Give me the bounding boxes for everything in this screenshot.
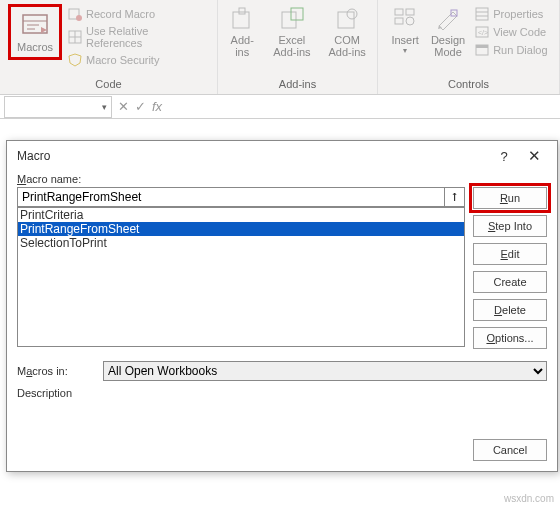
- macro-name-label: Macro name:: [17, 173, 465, 185]
- grid-icon: [68, 30, 82, 44]
- relative-label: Use Relative References: [86, 25, 207, 49]
- reference-button[interactable]: 🠕: [445, 187, 465, 207]
- shield-icon: [68, 53, 82, 67]
- svg-rect-16: [395, 9, 403, 15]
- macro-security-button[interactable]: Macro Security: [64, 52, 211, 68]
- svg-rect-13: [291, 8, 303, 20]
- create-button[interactable]: Create: [473, 271, 547, 293]
- description-label: Description: [17, 387, 72, 399]
- dialog-titlebar: Macro ? ✕: [7, 141, 557, 169]
- view-code-button[interactable]: </> View Code: [471, 24, 551, 40]
- properties-label: Properties: [493, 8, 543, 20]
- enter-icon[interactable]: ✓: [135, 99, 146, 114]
- run-button[interactable]: Run: [473, 187, 547, 209]
- group-addins-label: Add-ins: [279, 78, 316, 92]
- name-box[interactable]: ▾: [4, 96, 112, 118]
- insert-icon: [392, 6, 418, 32]
- design-label: Design Mode: [431, 34, 465, 58]
- edit-button[interactable]: Edit: [473, 243, 547, 265]
- macro-name-input[interactable]: [17, 187, 445, 207]
- insert-label: Insert: [391, 34, 419, 46]
- com-addins-label: COM Add-ins: [329, 34, 366, 58]
- addins-button[interactable]: Add- ins: [223, 2, 261, 62]
- excel-addins-label: Excel Add-ins: [273, 34, 310, 58]
- list-item[interactable]: SelectionToPrint: [18, 236, 464, 250]
- relative-refs-button[interactable]: Use Relative References: [64, 24, 211, 50]
- excel-addins-button[interactable]: Excel Add-ins: [267, 2, 316, 62]
- formula-bar: ▾ ✕ ✓ fx: [0, 95, 560, 119]
- svg-rect-14: [338, 12, 354, 28]
- delete-button[interactable]: Delete: [473, 299, 547, 321]
- com-addins-icon: [334, 6, 360, 32]
- record-icon: [68, 7, 82, 21]
- view-code-label: View Code: [493, 26, 546, 38]
- help-button[interactable]: ?: [489, 149, 519, 164]
- dialog-icon: [475, 43, 489, 57]
- design-icon: [435, 6, 461, 32]
- macros-label: Macros: [17, 41, 53, 53]
- cancel-icon[interactable]: ✕: [118, 99, 129, 114]
- macros-in-select[interactable]: All Open Workbooks: [103, 361, 547, 381]
- watermark: wsxdn.com: [504, 493, 554, 504]
- properties-button[interactable]: Properties: [471, 6, 551, 22]
- macros-button[interactable]: Macros: [8, 4, 62, 60]
- svg-point-15: [347, 9, 357, 19]
- dialog-title: Macro: [17, 149, 489, 163]
- chevron-down-icon: ▾: [102, 102, 107, 112]
- macros-in-label: Macros in:: [17, 365, 103, 377]
- addins-icon: [229, 6, 255, 32]
- com-addins-button[interactable]: COM Add-ins: [323, 2, 372, 62]
- list-item[interactable]: PrintCriteria: [18, 208, 464, 222]
- close-button[interactable]: ✕: [519, 147, 549, 165]
- record-label: Record Macro: [86, 8, 155, 20]
- group-code-label: Code: [95, 78, 121, 92]
- svg-point-19: [406, 17, 414, 25]
- macros-icon: [21, 11, 49, 39]
- group-addins: Add- ins Excel Add-ins COM Add-ins Add-i…: [218, 0, 378, 94]
- cancel-button[interactable]: Cancel: [473, 439, 547, 461]
- group-controls-label: Controls: [448, 78, 489, 92]
- design-mode-button[interactable]: Design Mode: [425, 2, 471, 62]
- properties-icon: [475, 7, 489, 21]
- svg-text:</>: </>: [478, 29, 488, 36]
- svg-marker-4: [41, 27, 47, 33]
- ribbon: Macros Record Macro Use Relative Referen…: [0, 0, 560, 95]
- svg-rect-18: [395, 18, 403, 24]
- excel-addins-icon: [279, 6, 305, 32]
- record-macro-button[interactable]: Record Macro: [64, 6, 211, 22]
- insert-button[interactable]: Insert ▾: [385, 2, 425, 59]
- svg-rect-21: [476, 8, 488, 20]
- arrow-up-icon: 🠕: [450, 192, 460, 203]
- step-into-button[interactable]: Step Into: [473, 215, 547, 237]
- run-dialog-label: Run Dialog: [493, 44, 547, 56]
- list-item[interactable]: PrintRangeFromSheet: [18, 222, 464, 236]
- svg-rect-11: [239, 8, 245, 14]
- group-controls: Insert ▾ Design Mode Properties </> View…: [378, 0, 560, 94]
- options-button[interactable]: Options...: [473, 327, 547, 349]
- macro-dialog: Macro ? ✕ Macro name: 🠕 PrintCriteria Pr…: [6, 140, 558, 472]
- svg-rect-17: [406, 9, 414, 15]
- svg-point-6: [76, 15, 82, 21]
- code-icon: </>: [475, 25, 489, 39]
- svg-rect-27: [476, 45, 488, 48]
- run-dialog-button[interactable]: Run Dialog: [471, 42, 551, 58]
- group-code: Macros Record Macro Use Relative Referen…: [0, 0, 218, 94]
- security-label: Macro Security: [86, 54, 159, 66]
- fx-icon[interactable]: fx: [152, 99, 162, 114]
- addins-label: Add- ins: [231, 34, 254, 58]
- chevron-down-icon: ▾: [403, 46, 407, 55]
- macro-listbox[interactable]: PrintCriteria PrintRangeFromSheet Select…: [17, 207, 465, 347]
